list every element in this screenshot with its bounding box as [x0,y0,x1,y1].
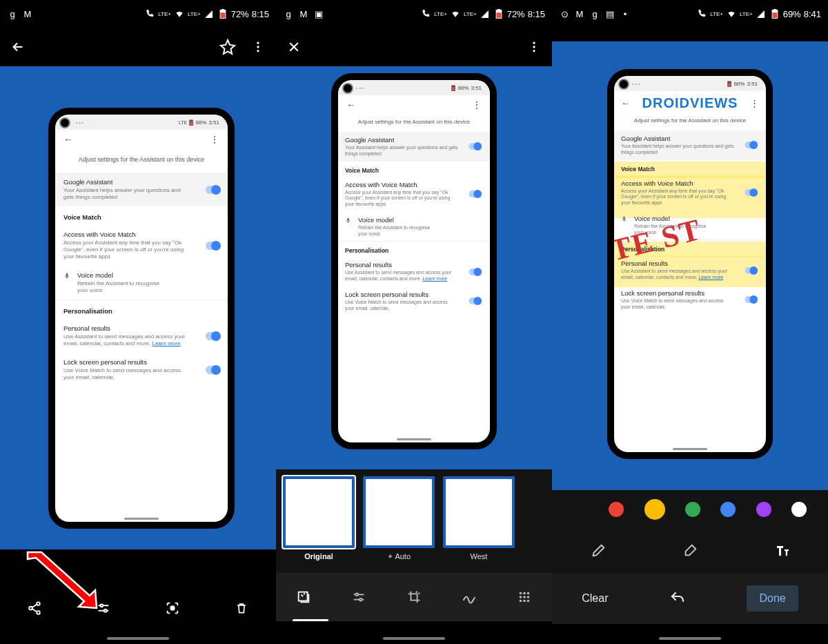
notif-dot: • [620,8,631,19]
svg-point-34 [523,600,526,603]
svg-point-5 [257,50,259,52]
phone-mock: ▫ ▫ ▫ 88%3:51 ← DROIDVIEWS ⋮ Adjust sett… [607,69,773,459]
svg-point-12 [100,605,103,607]
color-white[interactable] [791,502,807,517]
settings-header: Adjust settings for the Assistant on thi… [55,149,228,173]
clock: 8:15 [252,9,269,19]
svg-point-25 [355,594,358,596]
color-blue[interactable] [720,502,736,517]
gesture-bar [124,518,159,520]
overflow-icon: ⋮ [210,134,219,145]
notif-icon: M [298,8,309,19]
svg-rect-24 [299,592,308,601]
panel-markup-editor: ⊙ M g ▤ • LTE+ LTE+ 69% 8:41 ▫ ▫ ▫ [552,0,828,644]
svg-rect-2 [220,12,225,18]
filter-west[interactable]: West [443,476,515,560]
svg-point-26 [359,598,362,601]
notif-icon: M [22,8,33,19]
markup-tools-row [552,529,828,573]
notif-icon: M [574,8,585,19]
done-button[interactable]: Done [747,585,798,612]
phone-appbar: ← ⋮ [55,130,228,149]
undo-button[interactable] [668,589,687,608]
overflow-menu-button[interactable] [524,37,544,57]
svg-rect-17 [496,12,501,18]
color-purple[interactable] [756,502,771,517]
status-bar: ⊙ M g ▤ • LTE+ LTE+ 69% 8:41 [552,0,828,28]
svg-point-33 [520,600,522,603]
battery-icon [769,8,780,19]
settings-row-google-assistant: Google Assistant Your Assistant helps an… [55,173,228,206]
viewer-appbar [0,28,276,66]
editor-appbar [276,28,552,66]
signal-icon [204,8,215,19]
lte-label: LTE+ [188,11,201,17]
delete-button[interactable] [232,598,251,618]
svg-point-35 [527,600,530,603]
svg-point-13 [104,609,107,612]
svg-point-14 [170,606,175,610]
home-indicator [383,637,445,640]
text-annotation-droidviews[interactable]: DROIDVIEWS [642,95,738,111]
battery-icon [493,8,504,19]
back-arrow-icon: ← [63,134,73,145]
status-bar: g M LTE+ LTE+ 72% 8:15 [0,0,276,28]
viewer-bottom-bar [0,586,276,630]
signal-icon [480,8,491,19]
panel-photo-viewer: g M LTE+ LTE+ 72% 8:15 [0,0,276,644]
svg-rect-1 [221,9,224,10]
svg-point-28 [523,592,526,595]
tab-more[interactable] [515,587,534,607]
color-red[interactable] [609,502,624,517]
color-black[interactable] [573,502,589,517]
back-button[interactable] [8,37,28,57]
highlighter-tool[interactable] [680,541,700,560]
svg-point-30 [520,596,522,598]
svg-rect-22 [452,87,455,90]
toggle-on [206,366,219,374]
notif-icon: g [283,8,294,19]
phone-status-bar: ▫ ▫ ▫ 88%3:51 [338,80,490,95]
battery-icon [217,8,228,19]
phone-mock: ▫ ▫ ▫ LTE 88% 3:51 ← ⋮ Adjust settings f… [48,108,235,529]
share-button[interactable] [25,598,44,618]
color-green[interactable] [685,502,700,517]
tab-filters[interactable] [294,587,313,607]
tab-crop[interactable] [404,587,424,607]
markup-action-bar: Clear Done [552,573,828,624]
section-personalisation: Personalisation [55,300,228,319]
svg-rect-38 [772,12,777,18]
panel-photo-editor: g M ▣ LTE+ LTE+ 72% 8:15 ▫ ▫ ▫ [276,0,552,644]
lens-button[interactable] [163,598,182,618]
status-bar: g M ▣ LTE+ LTE+ 72% 8:15 [276,0,552,28]
clear-button[interactable]: Clear [582,592,608,605]
pen-tool[interactable] [589,541,608,560]
color-yellow[interactable] [644,499,665,520]
wifi-icon [726,8,737,19]
svg-point-31 [523,596,526,598]
filter-original[interactable]: Original [283,476,355,560]
tab-markup[interactable] [460,587,479,607]
edit-button[interactable] [94,598,113,618]
wifi-icon [174,8,185,19]
wifi-icon [450,8,461,19]
close-button[interactable] [284,37,304,57]
call-icon [696,8,707,19]
svg-point-32 [527,596,530,598]
phone-mock: ▫ ▫ ▫ 88%3:51 ←⋮ Adjust settings for the… [331,73,497,449]
filter-auto[interactable]: ✦ Auto [363,476,435,561]
mic-icon [63,272,70,294]
svg-rect-40 [728,83,731,86]
camera-hole [59,117,70,128]
image-canvas: ▫ ▫ ▫ LTE 88% 3:51 ← ⋮ Adjust settings f… [0,66,276,549]
settings-row-lock-screen: Lock screen personal results Use Voice M… [55,353,228,387]
call-icon [144,8,155,19]
image-canvas[interactable]: ▫ ▫ ▫ 88%3:51 ← DROIDVIEWS ⋮ Adjust sett… [552,41,828,490]
favorite-star-button[interactable] [218,37,237,57]
svg-rect-37 [773,9,776,10]
text-tool[interactable] [772,541,791,560]
tab-adjust[interactable] [349,587,368,607]
settings-row-voice-model: Voice model Retrain the Assistant to rec… [55,266,228,300]
overflow-menu-button[interactable] [248,37,268,57]
svg-point-3 [257,42,259,44]
